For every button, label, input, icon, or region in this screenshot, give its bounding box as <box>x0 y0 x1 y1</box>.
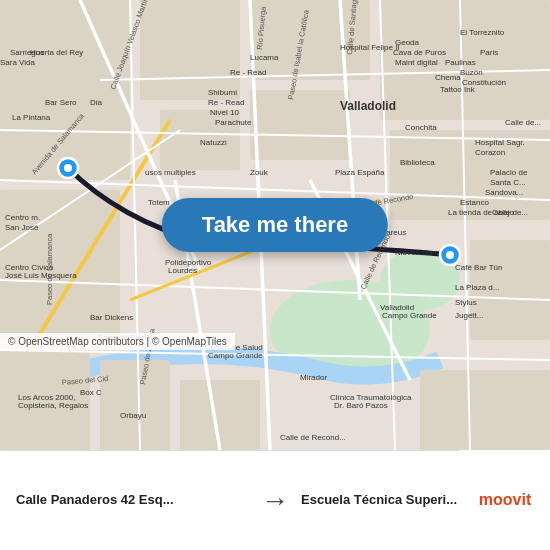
svg-text:Box C: Box C <box>80 388 102 397</box>
map-container: Huerta del Rey Valladolid Hospital Felip… <box>0 0 550 450</box>
svg-text:Lourdes: Lourdes <box>168 266 197 275</box>
map-attribution: © OpenStreetMap contributors | © OpenMap… <box>0 333 235 350</box>
svg-text:Paseo de Salamanca: Paseo de Salamanca <box>45 233 54 305</box>
svg-text:Campo Grande: Campo Grande <box>382 311 437 320</box>
svg-text:Zouk: Zouk <box>250 168 269 177</box>
svg-text:Estanco: Estanco <box>460 198 489 207</box>
svg-text:Parachute: Parachute <box>215 118 252 127</box>
svg-text:Calle de...: Calle de... <box>492 208 528 217</box>
svg-rect-12 <box>100 360 170 450</box>
app: Huerta del Rey Valladolid Hospital Felip… <box>0 0 550 550</box>
moovit-text: moovit <box>479 491 531 509</box>
svg-text:Chema: Chema <box>435 73 461 82</box>
bottom-bar: Calle Panaderos 42 Esq... → Escuela Técn… <box>0 450 550 550</box>
moovit-logo: moovit <box>460 450 550 550</box>
origin-endpoint: Calle Panaderos 42 Esq... <box>8 482 257 519</box>
svg-text:Jugett...: Jugett... <box>455 311 483 320</box>
svg-text:Orbayu: Orbayu <box>120 411 146 420</box>
svg-text:Mirador: Mirador <box>300 373 327 382</box>
svg-rect-3 <box>0 0 130 180</box>
take-me-there-button[interactable]: Take me there <box>162 198 388 252</box>
svg-text:Lucama: Lucama <box>250 53 279 62</box>
svg-text:Valladolid: Valladolid <box>340 99 396 113</box>
svg-text:Plaza España: Plaza España <box>335 168 385 177</box>
svg-point-94 <box>64 164 72 172</box>
svg-text:Dia: Dia <box>90 98 103 107</box>
svg-text:Calle de Recond...: Calle de Recond... <box>280 433 346 442</box>
svg-text:Constitución: Constitución <box>462 78 506 87</box>
svg-text:Paris: Paris <box>480 48 498 57</box>
svg-text:Re - Read: Re - Read <box>230 68 266 77</box>
svg-text:usos multiples: usos multiples <box>145 168 196 177</box>
svg-text:Santa C...: Santa C... <box>490 178 526 187</box>
origin-label: Calle Panaderos 42 Esq... <box>16 492 249 509</box>
svg-text:La Pintana: La Pintana <box>12 113 51 122</box>
svg-text:San José: San José <box>5 223 39 232</box>
svg-text:Conchita: Conchita <box>405 123 437 132</box>
svg-text:El Torreznito: El Torreznito <box>460 28 505 37</box>
svg-text:José Luis Mosquera: José Luis Mosquera <box>5 271 77 280</box>
svg-text:Bar Sero: Bar Sero <box>45 98 77 107</box>
svg-text:Stylus: Stylus <box>455 298 477 307</box>
svg-text:Totem: Totem <box>148 198 170 207</box>
svg-rect-14 <box>420 370 550 450</box>
svg-text:Nivel 10: Nivel 10 <box>210 108 239 117</box>
svg-text:Biblioteca: Biblioteca <box>400 158 435 167</box>
svg-text:Corazon: Corazon <box>475 148 505 157</box>
svg-text:Nieves García: Nieves García <box>395 248 446 257</box>
svg-text:Sarriegos: Sarriegos <box>10 48 44 57</box>
svg-text:Buzón: Buzón <box>460 68 483 77</box>
svg-text:Re - Read: Re - Read <box>208 98 244 107</box>
svg-rect-5 <box>140 0 240 100</box>
svg-text:Natuzzi: Natuzzi <box>200 138 227 147</box>
svg-text:La Plaza d...: La Plaza d... <box>455 283 499 292</box>
svg-text:Shibumi: Shibumi <box>208 88 237 97</box>
svg-text:Paulinas: Paulinas <box>445 58 476 67</box>
svg-text:Dr. Baró Pazos: Dr. Baró Pazos <box>334 401 388 410</box>
svg-text:Copistería, Regalos: Copistería, Regalos <box>18 401 88 410</box>
svg-text:Maint digital: Maint digital <box>395 58 438 67</box>
svg-text:Palacio de: Palacio de <box>490 168 528 177</box>
svg-text:Cava de Puros: Cava de Puros <box>393 48 446 57</box>
svg-rect-9 <box>250 90 350 160</box>
svg-text:Calle de...: Calle de... <box>505 118 541 127</box>
svg-text:Centro m.: Centro m. <box>5 213 40 222</box>
svg-text:Geoda: Geoda <box>395 38 420 47</box>
svg-text:Campo Grande: Campo Grande <box>208 351 263 360</box>
svg-text:Sandova...: Sandova... <box>485 188 523 197</box>
route-arrow-icon: → <box>257 485 293 517</box>
svg-text:Hospital Sagr.: Hospital Sagr. <box>475 138 525 147</box>
svg-text:Café Bar Tún: Café Bar Tún <box>455 263 502 272</box>
svg-text:Sara Vida: Sara Vida <box>0 58 36 67</box>
svg-text:Bar Dickens: Bar Dickens <box>90 313 133 322</box>
svg-point-96 <box>446 251 454 259</box>
